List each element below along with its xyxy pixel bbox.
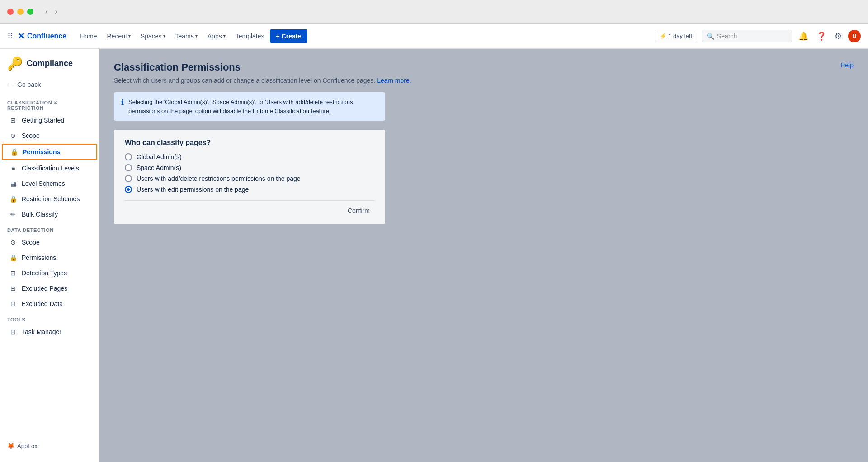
appfox-logo: 🦊 AppFox — [7, 443, 38, 449]
nav-templates[interactable]: Templates — [231, 30, 269, 42]
task-icon: ⊟ — [9, 328, 17, 335]
radio-circle — [125, 153, 132, 160]
confluence-logo[interactable]: ✕ Confluence — [18, 31, 66, 41]
main-content: Help Classification Permissions Select w… — [99, 49, 868, 462]
sidebar-item-classification-levels[interactable]: ≡ Classification Levels — [2, 161, 97, 175]
radio-add-delete-restrictions[interactable]: Users with add/delete restrictions permi… — [125, 175, 374, 182]
lock-icon: 🔒 — [10, 148, 18, 156]
scope-icon: ⊙ — [9, 132, 17, 139]
sidebar-item-detection-types[interactable]: ⊟ Detection Types — [2, 266, 97, 280]
sidebar-item-excluded-pages[interactable]: ⊟ Excluded Pages — [2, 281, 97, 296]
data-icon: ⊟ — [9, 300, 17, 307]
learn-more-link[interactable]: Learn more. — [377, 77, 411, 84]
chevron-down-icon: ▾ — [223, 33, 226, 38]
search-icon: 🔍 — [707, 33, 714, 40]
brand-icon: 🔑 — [7, 56, 23, 71]
sidebar: 🔑 Compliance ← Go back Classification & … — [0, 49, 99, 462]
chevron-down-icon: ▾ — [128, 33, 131, 38]
create-button[interactable]: + Create — [270, 29, 308, 43]
radio-global-admin[interactable]: Global Admin(s) — [125, 153, 374, 160]
nav-links: Home Recent ▾ Spaces ▾ Teams ▾ Apps ▾ Te… — [75, 29, 647, 43]
sidebar-item-getting-started[interactable]: ⊟ Getting Started — [2, 113, 97, 127]
os-chrome: ‹ › — [0, 0, 868, 24]
sidebar-brand: 🔑 Compliance — [0, 56, 99, 78]
back-arrow-icon: ← — [7, 81, 14, 88]
sidebar-item-permissions[interactable]: 🔒 Permissions — [2, 144, 97, 160]
chevron-down-icon: ▾ — [195, 33, 198, 38]
traffic-light-fullscreen[interactable] — [27, 9, 33, 15]
confluence-nav: ⠿ ✕ Confluence Home Recent ▾ Spaces ▾ Te… — [0, 24, 868, 49]
settings-button[interactable]: ⚙ — [833, 29, 844, 43]
traffic-light-close[interactable] — [7, 9, 14, 15]
radio-circle — [125, 164, 132, 171]
sidebar-item-dd-permissions[interactable]: 🔒 Permissions — [2, 250, 97, 265]
sidebar-item-restriction-schemes[interactable]: 🔒 Restriction Schemes — [2, 192, 97, 206]
classify-card: Who can classify pages? Global Admin(s) … — [114, 130, 385, 224]
grid-icon[interactable]: ⠿ — [7, 31, 13, 41]
page-subtitle: Select which users and groups can add or… — [114, 77, 854, 84]
go-back-button[interactable]: ← Go back — [0, 78, 99, 91]
radio-group: Global Admin(s) Space Admin(s) Users wit… — [125, 153, 374, 193]
sidebar-footer: 🦊 AppFox — [0, 437, 99, 455]
radio-space-admin[interactable]: Space Admin(s) — [125, 164, 374, 171]
sidebar-item-task-manager[interactable]: ⊟ Task Manager — [2, 325, 97, 339]
page-title: Classification Permissions — [114, 61, 854, 73]
info-box: ℹ Selecting the 'Global Admin(s)', 'Spac… — [114, 92, 385, 121]
section-label-classification: Classification & Restriction — [0, 96, 99, 113]
radio-edit-permissions[interactable]: Users with edit permissions on the page — [125, 186, 374, 193]
help-link[interactable]: Help — [840, 61, 854, 69]
sidebar-item-scope[interactable]: ⊙ Scope — [2, 128, 97, 143]
appfox-icon: 🦊 — [7, 443, 14, 449]
confluence-logo-text: Confluence — [27, 32, 66, 40]
confluence-x-icon: ✕ — [18, 31, 24, 41]
page-icon: ⊟ — [9, 285, 17, 292]
help-button[interactable]: ❓ — [815, 29, 828, 43]
nav-spaces[interactable]: Spaces ▾ — [136, 30, 170, 42]
info-icon: ℹ — [121, 98, 124, 107]
chevron-down-icon: ▾ — [163, 33, 165, 38]
traffic-light-minimize[interactable] — [17, 9, 24, 15]
radio-circle — [125, 175, 132, 182]
radio-circle-selected — [125, 186, 132, 193]
brand-name: Compliance — [27, 59, 73, 68]
nav-apps[interactable]: Apps ▾ — [203, 30, 230, 42]
nav-home[interactable]: Home — [75, 30, 101, 42]
list-icon: ⊟ — [9, 269, 17, 277]
section-label-data-detection: Data Detection — [0, 224, 99, 235]
avatar[interactable]: U — [848, 30, 861, 42]
sidebar-item-dd-scope[interactable]: ⊙ Scope — [2, 235, 97, 250]
browser-forward[interactable]: › — [52, 7, 60, 17]
nav-recent[interactable]: Recent ▾ — [102, 30, 135, 42]
scope-icon: ⊙ — [9, 239, 17, 246]
lock-icon: 🔒 — [9, 254, 17, 261]
classify-card-title: Who can classify pages? — [125, 139, 374, 147]
grid-icon: ▦ — [9, 180, 17, 187]
search-box[interactable]: 🔍 Search — [702, 30, 792, 42]
list-icon: ≡ — [9, 165, 17, 172]
browser-back[interactable]: ‹ — [42, 7, 50, 17]
sidebar-item-excluded-data[interactable]: ⊟ Excluded Data — [2, 297, 97, 311]
pencil-icon: ✏ — [9, 211, 17, 218]
sidebar-item-level-schemes[interactable]: ▦ Level Schemes — [2, 176, 97, 191]
lock-icon: 🔒 — [9, 195, 17, 203]
notifications-button[interactable]: 🔔 — [797, 29, 810, 43]
trial-badge[interactable]: ⚡ 1 day left — [655, 30, 697, 42]
nav-right: ⚡ 1 day left 🔍 Search 🔔 ❓ ⚙ U — [655, 29, 861, 43]
confirm-btn-row: Confirm — [125, 200, 374, 217]
info-text: Selecting the 'Global Admin(s)', 'Space … — [128, 98, 378, 115]
sidebar-item-bulk-classify[interactable]: ✏ Bulk Classify — [2, 207, 97, 222]
app-body: 🔑 Compliance ← Go back Classification & … — [0, 49, 868, 462]
confirm-button[interactable]: Confirm — [343, 204, 374, 217]
nav-teams[interactable]: Teams ▾ — [171, 30, 202, 42]
grid-icon: ⊟ — [9, 117, 17, 124]
section-label-tools: Tools — [0, 313, 99, 324]
